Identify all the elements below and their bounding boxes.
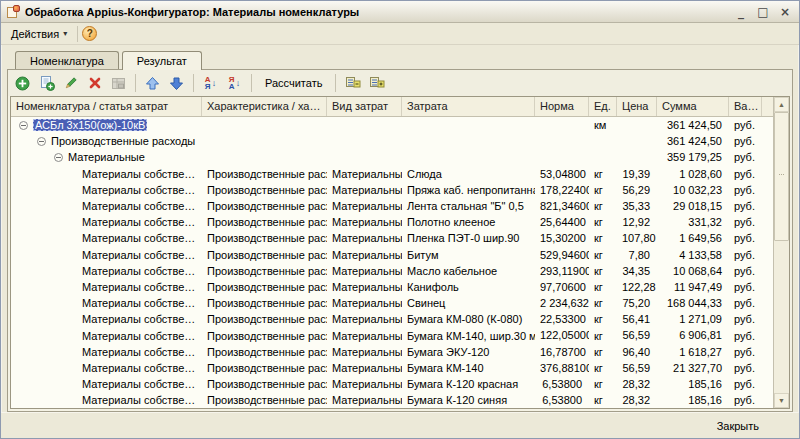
column-header-price[interactable]: Цена — [617, 97, 657, 116]
row-unit-cell: кг — [589, 216, 617, 228]
tree-collapse-icon[interactable] — [37, 137, 46, 146]
row-sum-cell: 361 424,50 — [657, 117, 729, 133]
move-down-button[interactable] — [166, 73, 187, 94]
table-row[interactable]: Материалы собственныеПроизводственные ра… — [11, 311, 773, 327]
row-nomenclature-cell: Материалы собственные — [11, 313, 202, 325]
table-row[interactable]: Материалы собственныеПроизводственные ра… — [11, 198, 773, 214]
row-cost-kind-cell: Материальные — [327, 249, 402, 261]
table-row[interactable]: Материалы собственныеПроизводственные ра… — [11, 247, 773, 263]
actions-menu[interactable]: Действия ▾ — [5, 26, 73, 42]
table-row[interactable]: Материалы собственныеПроизводственные ра… — [11, 344, 773, 360]
row-price-cell: 56,41 — [617, 311, 657, 327]
row-characteristic-cell: Производственные расхо... — [202, 281, 327, 293]
maximize-button[interactable]: □ — [755, 4, 771, 19]
delete-button[interactable] — [84, 73, 105, 94]
row-norm-cell: 25,64400 — [535, 214, 589, 230]
window-icon — [6, 5, 20, 19]
close-button[interactable]: Закрыть — [711, 417, 765, 435]
column-header-unit[interactable]: Ед. — [589, 97, 617, 116]
minimize-button[interactable]: _ — [733, 4, 749, 19]
row-currency-cell: руб. — [729, 184, 762, 196]
row-unit-cell: кг — [589, 168, 617, 180]
row-unit-cell: кг — [589, 378, 617, 390]
row-name: Материалы собственные — [82, 200, 200, 212]
sort-ascending-button[interactable]: А Я ↓ — [200, 73, 221, 94]
add-button[interactable] — [12, 73, 33, 94]
row-nomenclature-cell: Материалы собственные — [11, 249, 202, 261]
row-norm-cell: 122,05000 — [535, 327, 589, 343]
scrollbar-thumb[interactable] — [774, 112, 789, 241]
column-header-cost-kind[interactable]: Вид затрат — [327, 97, 402, 116]
row-unit-cell: кг — [589, 200, 617, 212]
table-row[interactable]: Материалы собственныеПроизводственные ра… — [11, 360, 773, 376]
sort-descending-button[interactable]: Я А ↓ — [224, 73, 245, 94]
vertical-scrollbar[interactable]: ▲ ▼ — [773, 97, 789, 408]
close-window-button[interactable]: × — [777, 4, 793, 19]
scroll-down-icon[interactable]: ▼ — [774, 393, 789, 408]
row-sum-cell: 359 179,25 — [657, 149, 729, 165]
row-sum-cell: 1 028,60 — [657, 166, 729, 182]
edit-button[interactable] — [60, 73, 81, 94]
table-row[interactable]: Материалы собственныеПроизводственные ра… — [11, 166, 773, 182]
column-header-nomenclature[interactable]: Номенклатура / статья затрат — [11, 97, 202, 116]
column-header-currency[interactable]: Валю... — [729, 97, 762, 116]
scroll-up-icon[interactable]: ▲ — [774, 97, 789, 112]
row-characteristic-cell: Производственные расхо... — [202, 378, 327, 390]
table-row[interactable]: Материалы собственныеПроизводственные ра… — [11, 182, 773, 198]
sort-asc-arrow: ↓ — [212, 78, 217, 88]
row-characteristic-cell: Производственные расхо... — [202, 330, 327, 342]
expand-levels-button[interactable] — [366, 73, 387, 94]
row-price-cell: 122,28 — [617, 279, 657, 295]
row-sum-cell: 331,32 — [657, 214, 729, 230]
column-header-cost[interactable]: Затрата — [402, 97, 535, 116]
row-norm-cell: 6,53800 — [535, 392, 589, 408]
row-currency-cell: руб. — [729, 346, 762, 358]
table-row[interactable]: Материалы собственныеПроизводственные ра… — [11, 392, 773, 408]
row-characteristic-cell: Производственные расхо... — [202, 297, 327, 309]
row-currency-cell: руб. — [729, 135, 762, 147]
column-header-sum[interactable]: Сумма — [657, 97, 729, 116]
table-row[interactable]: Материальные359 179,25руб. — [11, 149, 773, 165]
row-name: Материалы собственные — [82, 216, 200, 228]
row-nomenclature-cell: Материалы собственные — [11, 184, 202, 196]
row-unit-cell: кг — [589, 346, 617, 358]
table-row[interactable]: Производственные расходы361 424,50руб. — [11, 133, 773, 149]
actions-menu-label: Действия — [11, 28, 59, 40]
row-nomenclature-cell: Материальные — [11, 151, 202, 163]
column-header-norm[interactable]: Норма — [535, 97, 589, 116]
sort-desc-bottom-letter: А — [229, 83, 235, 90]
footer-bar: Закрыть — [1, 412, 799, 439]
table-row[interactable]: Материалы собственныеПроизводственные ра… — [11, 295, 773, 311]
tab-nomenclature[interactable]: Номенклатура — [15, 51, 119, 69]
help-icon[interactable]: ? — [82, 26, 97, 41]
row-characteristic-cell: Производственные расхо... — [202, 313, 327, 325]
copy-button[interactable] — [36, 73, 57, 94]
row-nomenclature-cell: Материалы собственные — [11, 297, 202, 309]
row-cost-kind-cell: Материальные — [327, 232, 402, 244]
row-cost-kind-cell: Материальные — [327, 297, 402, 309]
row-price-cell: 34,35 — [617, 263, 657, 279]
tree-collapse-icon[interactable] — [54, 153, 63, 162]
tab-result[interactable]: Результат — [122, 51, 202, 70]
table-row[interactable]: Материалы собственныеПроизводственные ра… — [11, 230, 773, 246]
toolbar-separator — [135, 74, 136, 92]
row-cost-kind-cell: Материальные — [327, 265, 402, 277]
column-header-characteristic[interactable]: Характеристика / характ... — [202, 97, 327, 116]
tree-collapse-icon[interactable] — [19, 121, 28, 130]
table-row[interactable]: Материалы собственныеПроизводственные ра… — [11, 327, 773, 343]
row-sum-cell: 10 032,23 — [657, 182, 729, 198]
row-cost-cell: Бумага КМ-140, шир.30 мм — [402, 330, 535, 342]
chevron-down-icon: ▾ — [63, 29, 67, 38]
collapse-levels-button[interactable] — [342, 73, 363, 94]
table-header: Номенклатура / статья затрат Характерист… — [11, 97, 773, 117]
table-row[interactable]: Материалы собственныеПроизводственные ра… — [11, 214, 773, 230]
move-up-button[interactable] — [142, 73, 163, 94]
table-row[interactable]: Материалы собственныеПроизводственные ра… — [11, 279, 773, 295]
scrollbar-track[interactable] — [774, 112, 789, 393]
table-row[interactable]: АСБл 3х150(ож)-10кВкм361 424,50руб. — [11, 117, 773, 133]
row-cost-cell: Битум — [402, 249, 535, 261]
table-row[interactable]: Материалы собственныеПроизводственные ра… — [11, 263, 773, 279]
row-norm-cell: 53,04800 — [535, 166, 589, 182]
calculate-button[interactable]: Рассчитать — [258, 75, 329, 91]
table-row[interactable]: Материалы собственныеПроизводственные ра… — [11, 376, 773, 392]
